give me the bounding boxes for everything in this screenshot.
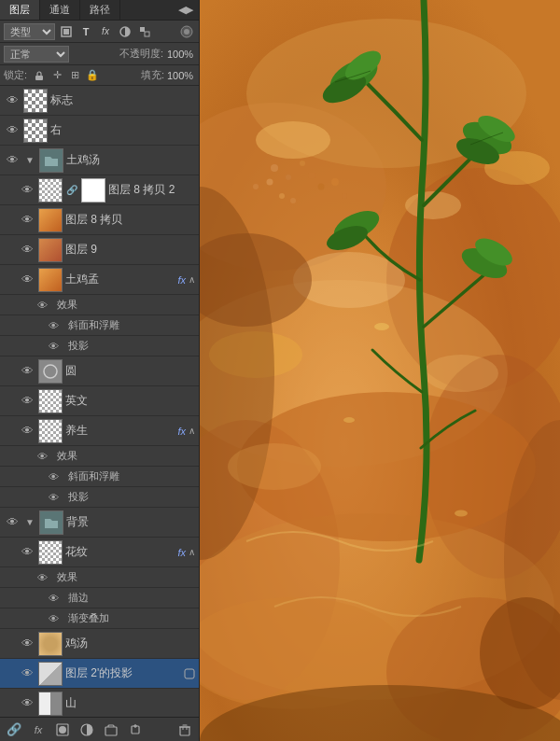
tab-channels[interactable]: 通道 [40, 0, 80, 20]
layer-item-folder[interactable]: 👁 ▼ 背景 [0, 508, 199, 538]
eye-visibility-icon[interactable]: 👁 [34, 448, 50, 465]
effect-item: 👁 斜面和浮雕 [0, 467, 199, 487]
eye-visibility-icon[interactable]: 👁 [19, 182, 35, 199]
layer-thumbnail [38, 238, 63, 262]
eye-visibility-icon[interactable]: 👁 [34, 569, 50, 586]
effect-group-label: 效果 [57, 570, 77, 584]
layer-item[interactable]: 👁 图层 9 [0, 235, 199, 265]
layers-panel: 图层 通道 路径 ◀▶ 类型 T fx 正常 不透明度: 100% 锁定: [0, 0, 200, 741]
eye-visibility-icon[interactable]: 👁 [45, 590, 62, 607]
text-filter-icon[interactable]: T [77, 23, 94, 40]
layer-thumbnail [38, 389, 63, 413]
svg-rect-13 [105, 727, 117, 735]
layer-item[interactable]: 👁 标志 [0, 86, 199, 116]
layer-item-folder[interactable]: 👁 ▼ 土鸡汤 [0, 146, 199, 175]
eye-visibility-icon[interactable]: 👁 [45, 468, 62, 485]
svg-rect-7 [35, 76, 43, 80]
eye-visibility-icon[interactable]: 👁 [45, 489, 62, 506]
layer-bottom-bar: 🔗 fx [0, 717, 199, 741]
pixel-filter-icon[interactable] [58, 23, 75, 40]
layer-name: 图层 8 拷贝 [65, 212, 195, 228]
eye-visibility-icon[interactable]: 👁 [4, 152, 21, 169]
new-group-button[interactable] [101, 720, 121, 739]
layer-expand-arrow[interactable]: ∧ [189, 547, 195, 557]
eye-visibility-icon[interactable]: 👁 [19, 212, 35, 229]
folder-expand-icon[interactable]: ▼ [23, 516, 36, 529]
toggle-filter-icon[interactable] [178, 23, 195, 40]
smart-filter-icon[interactable] [136, 23, 153, 40]
smart-object-icon [184, 668, 195, 679]
eye-visibility-icon[interactable]: 👁 [4, 92, 21, 109]
svg-point-33 [271, 164, 278, 172]
layer-item[interactable]: 👁 养生 fx ∧ [0, 416, 199, 446]
layer-name: 图层 8 拷贝 2 [108, 182, 195, 198]
effect-name: 斜面和浮雕 [68, 469, 119, 483]
eye-visibility-icon[interactable]: 👁 [19, 393, 35, 410]
canvas-area [200, 0, 560, 741]
layer-item[interactable]: 👁 图层 8 拷贝 [0, 205, 199, 235]
svg-point-36 [300, 161, 305, 166]
layer-item[interactable]: 👁 鸡汤 [0, 629, 199, 659]
add-style-button[interactable]: fx [28, 720, 49, 739]
eye-visibility-icon[interactable]: 👁 [19, 272, 35, 288]
svg-rect-4 [145, 32, 149, 36]
lock-artboards-icon[interactable]: ⊞ [67, 68, 82, 83]
layer-item[interactable]: 👁 🔗 图层 8 拷贝 2 [0, 175, 199, 205]
layer-mask-thumbnail [81, 178, 105, 203]
tab-paths[interactable]: 路径 [80, 0, 120, 20]
mask-filter-icon[interactable] [117, 23, 133, 40]
folder-expand-icon[interactable]: ▼ [23, 154, 36, 167]
layer-thumbnail [23, 89, 48, 113]
lock-pixels-icon[interactable] [32, 68, 47, 83]
eye-visibility-icon[interactable]: 👁 [4, 122, 21, 139]
eye-visibility-icon[interactable]: 👁 [34, 297, 50, 314]
layer-fx-badge: fx [177, 426, 186, 437]
layer-item[interactable]: 👁 英文 [0, 386, 199, 416]
panel-collapse-btn[interactable]: ◀▶ [173, 0, 199, 20]
eye-visibility-icon[interactable]: 👁 [19, 695, 35, 712]
lock-position-icon[interactable]: ✛ [49, 68, 64, 83]
layer-item[interactable]: 👁 右 [0, 116, 199, 146]
blend-mode-row: 正常 不透明度: 100% [0, 43, 199, 65]
svg-point-43 [290, 198, 296, 203]
eye-visibility-icon[interactable]: 👁 [45, 317, 62, 334]
svg-point-40 [279, 193, 285, 199]
eye-visibility-icon[interactable]: 👁 [45, 610, 62, 627]
effect-item: 👁 渐变叠加 [0, 608, 199, 629]
layer-item[interactable]: 👁 土鸡孟 fx ∧ [0, 265, 199, 295]
add-mask-button[interactable] [52, 720, 73, 739]
eye-visibility-icon[interactable]: 👁 [19, 665, 35, 682]
layer-thumbnail [38, 268, 63, 292]
tab-layers[interactable]: 图层 [0, 0, 40, 20]
eye-visibility-icon[interactable]: 👁 [45, 338, 62, 355]
blend-mode-select[interactable]: 正常 [4, 46, 69, 63]
add-adjustment-button[interactable] [77, 720, 97, 739]
layer-thumbnail [38, 208, 63, 232]
eye-visibility-icon[interactable]: 👁 [19, 242, 35, 259]
eye-visibility-icon[interactable]: 👁 [4, 514, 21, 531]
eye-visibility-icon[interactable]: 👁 [19, 423, 35, 440]
panel-tabs: 图层 通道 路径 ◀▶ [0, 0, 199, 21]
eye-visibility-icon[interactable]: 👁 [19, 636, 35, 652]
layer-item[interactable]: 👁 山 [0, 689, 199, 717]
link-layers-button[interactable]: 🔗 [4, 720, 24, 739]
layer-fx-badge: fx [177, 274, 186, 286]
layer-item[interactable]: 👁 圆 [0, 357, 199, 386]
layer-expand-arrow[interactable]: ∧ [189, 274, 195, 285]
svg-point-6 [184, 29, 189, 35]
layer-expand-arrow[interactable]: ∧ [189, 426, 195, 436]
layer-item[interactable]: 👁 花纹 fx ∧ [0, 538, 199, 567]
lock-all-icon[interactable]: 🔒 [85, 68, 100, 83]
effect-filter-icon[interactable]: fx [97, 23, 114, 40]
eye-visibility-icon[interactable]: 👁 [19, 363, 35, 380]
layer-item[interactable]: 👁 图层 2'的投影 [0, 659, 199, 689]
layer-search-row: 类型 T fx [0, 21, 199, 43]
delete-layer-button[interactable] [175, 720, 195, 739]
new-layer-button[interactable] [125, 720, 146, 739]
filter-type-select[interactable]: 类型 [4, 23, 55, 40]
effect-name: 描边 [68, 591, 89, 605]
eye-visibility-icon[interactable]: 👁 [19, 544, 35, 561]
svg-point-38 [253, 184, 259, 189]
lock-row: 锁定: ✛ ⊞ 🔒 填充: 100% [0, 65, 199, 86]
svg-rect-1 [63, 29, 69, 35]
